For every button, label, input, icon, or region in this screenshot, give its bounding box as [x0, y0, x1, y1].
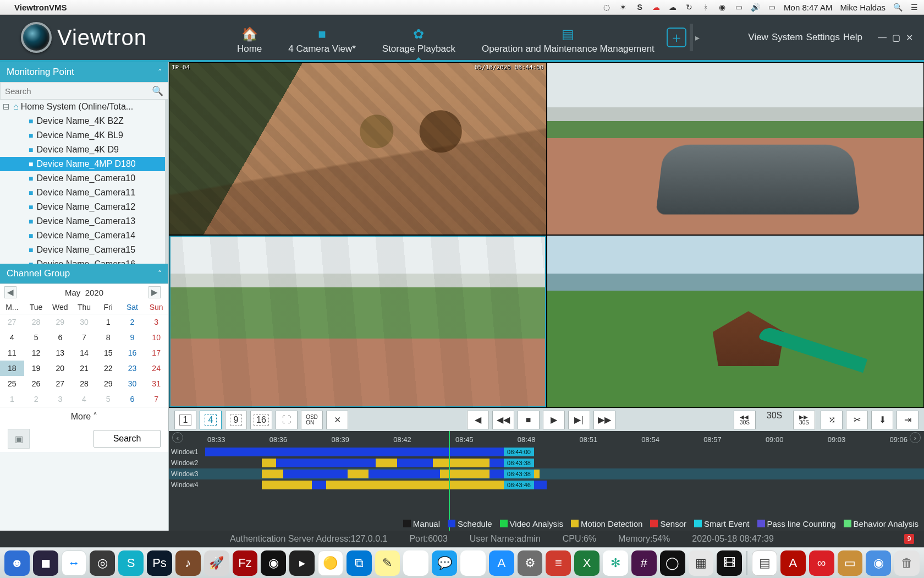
dock-trash-icon[interactable]: 🗑	[894, 550, 920, 576]
recording-segment[interactable]	[376, 459, 397, 467]
dock-terminal-icon[interactable]: ▸	[289, 550, 315, 576]
recording-segment[interactable]	[205, 448, 504, 456]
cal-day[interactable]: 1	[96, 314, 120, 330]
header-expand-icon[interactable]: ▸	[695, 32, 700, 43]
menubar-battery-icon[interactable]: ▭	[767, 3, 776, 12]
fast-forward-button[interactable]: ▶▶	[593, 411, 615, 429]
dock-yelp-icon[interactable]: ✻	[603, 550, 628, 576]
reverse-play-button[interactable]: ◀	[467, 411, 489, 429]
sidebar-search[interactable]: 🔍	[0, 82, 168, 100]
close-all-button[interactable]: ⨯	[326, 411, 348, 429]
cal-day[interactable]: 6	[48, 330, 72, 345]
timeline-track[interactable]: Window308:43:38	[169, 468, 924, 479]
nav-home[interactable]: 🏠 Home	[235, 27, 264, 54]
cal-day[interactable]: 5	[24, 330, 48, 345]
cal-day[interactable]: 17	[144, 345, 168, 361]
nav-storage-playback[interactable]: ✿ Storage Playback	[380, 27, 458, 54]
menubar-display-icon[interactable]: ▭	[734, 3, 743, 12]
camera-item[interactable]: ■Device Name_Camera10	[0, 171, 165, 186]
menubar-icon-cc[interactable]: ☁	[652, 3, 661, 12]
dock-vscode-icon[interactable]: ⧉	[346, 550, 372, 576]
recording-segment[interactable]	[433, 459, 490, 467]
menu-help[interactable]: Help	[843, 32, 862, 43]
recording-segment[interactable]	[283, 470, 347, 478]
fullscreen-button[interactable]: ⛶	[276, 411, 298, 429]
cal-day[interactable]: 28	[72, 376, 96, 391]
recording-segment[interactable]	[348, 470, 369, 478]
cal-day[interactable]: 11	[0, 345, 24, 361]
camera-item[interactable]: ■Device Name_4K B2Z	[0, 114, 165, 128]
dock-filezilla-icon[interactable]: Fz	[233, 550, 258, 576]
dock-viewtron-icon[interactable]: ◉	[866, 550, 891, 576]
cal-day[interactable]: 13	[48, 345, 72, 361]
dock-generic-icon[interactable]: ▦	[689, 550, 714, 576]
search-button[interactable]: Search	[94, 430, 161, 448]
cal-day[interactable]: 4	[0, 330, 24, 345]
recording-segment[interactable]	[262, 481, 312, 489]
cal-day[interactable]: 2	[24, 391, 48, 407]
cal-day[interactable]: 24	[144, 361, 168, 376]
cal-next-button[interactable]: ▶	[148, 286, 161, 298]
dock-settings-icon[interactable]: ⚙	[518, 550, 543, 576]
cal-day[interactable]: 8	[96, 330, 120, 345]
nav-oam[interactable]: ▤ Operation and Maintenance Management	[480, 27, 657, 54]
menubar-list-icon[interactable]: ☰	[910, 3, 919, 12]
camera-item[interactable]: ■Device Name_Camera16	[0, 257, 165, 264]
window-minimize-icon[interactable]: —	[878, 32, 887, 43]
camera-item[interactable]: ■Device Name_4MP D180	[0, 157, 165, 171]
search-input[interactable]	[5, 86, 152, 96]
video-pane-3[interactable]	[169, 236, 546, 407]
cal-day[interactable]: 6	[120, 391, 145, 407]
menubar-clock[interactable]: Mon 8:47 AM	[784, 3, 832, 12]
dock-music-icon[interactable]: ♫	[460, 550, 486, 576]
cal-day[interactable]: 9	[120, 330, 145, 345]
timeline-track[interactable]: Window408:43:46	[169, 479, 924, 490]
layout-4-button[interactable]: 4	[200, 411, 222, 429]
cal-day[interactable]: 3	[48, 391, 72, 407]
osd-toggle-button[interactable]: OSD ON	[301, 411, 323, 429]
dock-notes-icon[interactable]: ✎	[375, 550, 400, 576]
cal-more-button[interactable]: More ˄	[0, 407, 168, 426]
recording-segment[interactable]	[262, 470, 283, 478]
cal-day[interactable]: 29	[48, 314, 72, 330]
cal-day[interactable]: 10	[144, 330, 168, 345]
recording-segment[interactable]	[397, 459, 433, 467]
cal-day[interactable]: 22	[96, 361, 120, 376]
menubar-volume-icon[interactable]: 🔊	[751, 3, 760, 12]
dock-photos-icon[interactable]: ✿	[403, 550, 428, 576]
step-forward-button[interactable]: ▶|	[568, 411, 590, 429]
cal-day[interactable]: 14	[72, 345, 96, 361]
dock-steam-icon[interactable]: ◎	[90, 550, 115, 576]
shuffle-button[interactable]: ⤮	[821, 411, 843, 429]
monitoring-point-header[interactable]: Monitoring Point ˄	[0, 62, 168, 82]
cal-day[interactable]: 28	[24, 314, 48, 330]
timeline-cursor[interactable]	[449, 431, 450, 531]
camera-item[interactable]: ■Device Name_4K BL9	[0, 128, 165, 143]
dock-todoist-icon[interactable]: ≡	[546, 550, 571, 576]
cal-day[interactable]: 23	[120, 361, 145, 376]
cal-day[interactable]: 27	[48, 376, 72, 391]
layout-16-button[interactable]: 16	[250, 411, 272, 429]
cal-day[interactable]: 25	[0, 376, 24, 391]
dock-finder-icon[interactable]: ☻	[4, 550, 30, 576]
menubar-wifi-icon[interactable]: ◉	[718, 3, 727, 12]
menubar-app-name[interactable]: ViewtronVMS	[14, 3, 67, 12]
tree-root[interactable]: – ⌂ Home System (Online/Tota...	[0, 100, 165, 114]
stop-button[interactable]: ■	[518, 411, 540, 429]
recording-segment[interactable]	[312, 481, 326, 489]
video-pane-1[interactable]: IP-04 05/18/2020 08:44:00	[169, 63, 546, 235]
layout-9-button[interactable]: 9	[225, 411, 247, 429]
dock-folder-icon[interactable]: ▭	[838, 550, 863, 576]
dock-lens-icon[interactable]: ◉	[261, 550, 286, 576]
recording-segment[interactable]	[369, 470, 439, 478]
dock-chrome-icon[interactable]: 🟡	[318, 550, 343, 576]
cut-button[interactable]: ✂	[846, 411, 868, 429]
menubar-icon-timemachine[interactable]: ↻	[685, 3, 694, 12]
recording-segment[interactable]	[276, 459, 376, 467]
recording-segment[interactable]	[440, 470, 490, 478]
dock-movie-icon[interactable]: 🎞	[717, 550, 742, 576]
dock-messages-icon[interactable]: 💬	[432, 550, 457, 576]
dock-cc-icon[interactable]: ∞	[809, 550, 834, 576]
camera-item[interactable]: ■Device Name_Camera15	[0, 243, 165, 257]
timeline-next-button[interactable]: ›	[910, 432, 921, 443]
